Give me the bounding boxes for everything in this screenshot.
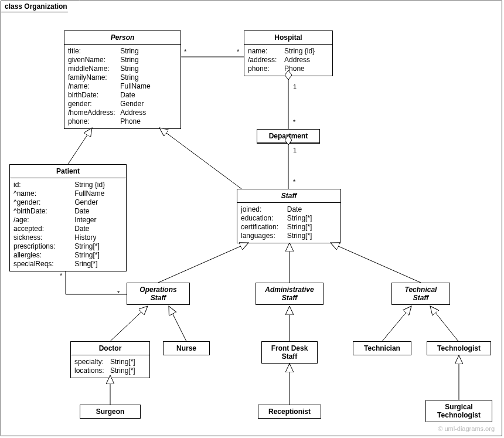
class-patient: Patient id:String {id} ^name:FullName ^g… xyxy=(9,164,127,271)
svg-line-12 xyxy=(430,306,458,341)
watermark: © uml-diagrams.org xyxy=(438,425,495,432)
class-administrative-staff: Administrative Staff xyxy=(256,283,323,305)
class-title: Technical Staff xyxy=(392,283,449,304)
class-hospital: Hospital name:String {id} /address:Addre… xyxy=(244,30,333,76)
mult-label: 1 xyxy=(293,83,297,90)
class-technologist: Technologist xyxy=(427,341,491,355)
class-attrs: specialty:String[*] locations:String[*] xyxy=(71,355,149,378)
class-title: Patient xyxy=(10,165,126,178)
class-title: Person xyxy=(64,31,181,45)
class-attrs: name:String {id} /address:Address phone:… xyxy=(244,45,332,76)
class-technical-staff: Technical Staff xyxy=(391,283,450,305)
mult-label: 1 xyxy=(293,147,297,154)
class-front-desk-staff: Front Desk Staff xyxy=(261,341,318,364)
class-surgical-technologist: Surgical Technologist xyxy=(425,400,492,422)
class-title: Doctor xyxy=(71,342,149,355)
svg-line-9 xyxy=(169,306,186,341)
svg-line-5 xyxy=(158,243,248,283)
class-surgeon: Surgeon xyxy=(80,405,141,419)
class-title: Front Desk Staff xyxy=(262,342,317,363)
svg-line-7 xyxy=(331,243,421,283)
svg-line-3 xyxy=(68,128,92,164)
mult-label: * xyxy=(293,118,295,125)
svg-line-11 xyxy=(382,306,411,341)
class-title: Staff xyxy=(237,189,340,203)
svg-line-8 xyxy=(110,306,148,341)
class-attrs: title:String givenName:String middleName… xyxy=(64,45,181,128)
class-attrs: joined:Date education:String[*] certific… xyxy=(237,203,340,243)
mult-label: * xyxy=(117,290,120,297)
class-title: Operations Staff xyxy=(127,283,189,304)
frame-label: class Organization xyxy=(1,1,80,12)
class-title: Surgical Technologist xyxy=(426,400,492,422)
class-receptionist: Receptionist xyxy=(258,405,321,419)
class-staff: Staff joined:Date education:String[*] ce… xyxy=(237,189,341,243)
class-title: Nurse xyxy=(164,342,209,355)
class-title: Technologist xyxy=(427,342,491,355)
class-title: Receptionist xyxy=(258,405,321,418)
class-nurse: Nurse xyxy=(163,341,210,355)
class-title: Surgeon xyxy=(80,405,140,418)
class-person: Person title:String givenName:String mid… xyxy=(64,30,181,129)
class-doctor: Doctor specialty:String[*] locations:Str… xyxy=(70,341,150,378)
svg-line-4 xyxy=(159,128,241,189)
mult-label: * xyxy=(293,178,295,185)
class-title: Administrative Staff xyxy=(256,283,323,304)
class-title: Technician xyxy=(353,342,411,355)
mult-label: * xyxy=(60,272,62,279)
mult-label: * xyxy=(184,48,186,55)
class-title: Hospital xyxy=(244,31,332,45)
class-technician: Technician xyxy=(353,341,411,355)
class-title: Department xyxy=(257,130,319,143)
mult-label: * xyxy=(237,48,239,55)
class-attrs: id:String {id} ^name:FullName ^gender:Ge… xyxy=(10,178,126,271)
class-department: Department xyxy=(257,129,320,144)
class-operations-staff: Operations Staff xyxy=(127,283,190,305)
package-frame: class Organization Person title:String g… xyxy=(1,1,502,436)
